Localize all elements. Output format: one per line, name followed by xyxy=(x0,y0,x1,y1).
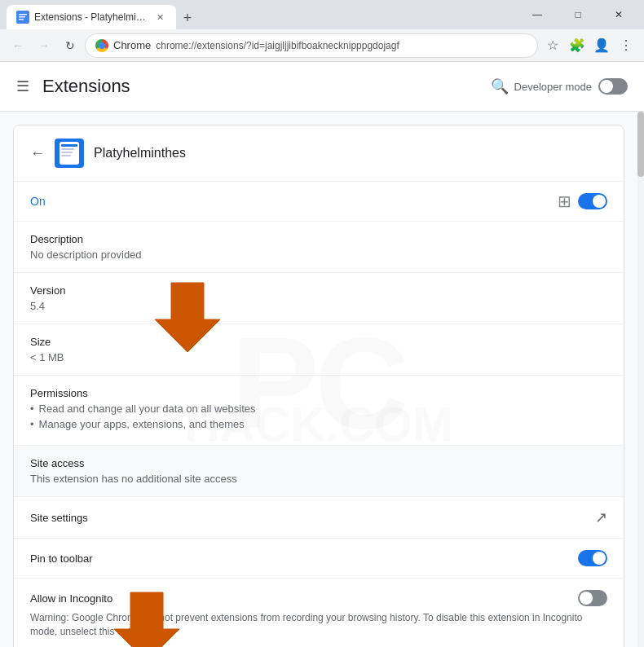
svg-rect-3 xyxy=(19,19,24,20)
back-button[interactable]: ← xyxy=(7,34,29,57)
extension-detail-card: ← Platyhelminthes On ⊞ xyxy=(13,125,624,647)
status-icons: ⊞ xyxy=(558,191,607,211)
developer-mode-label: Developer mode xyxy=(514,81,592,93)
search-button[interactable]: 🔍 xyxy=(485,72,514,101)
page-title: Extensions xyxy=(42,76,485,97)
permission-text-2: Manage your apps, extensions, and themes xyxy=(39,418,245,430)
minimize-button[interactable]: — xyxy=(518,0,556,29)
pin-toolbar-row: Pin to toolbar xyxy=(14,539,624,579)
incognito-section: Allow in Incognito Warning: Google Chrom… xyxy=(14,579,624,647)
size-section: Size < 1 MB xyxy=(14,324,624,376)
title-bar: Extensions - Platyhelminthes ✕ + — □ ✕ xyxy=(0,0,644,29)
back-navigation-button[interactable]: ← xyxy=(30,145,45,162)
extension-enabled-toggle[interactable] xyxy=(578,193,607,209)
extensions-header: ☰ Extensions 🔍 Developer mode xyxy=(0,62,644,112)
new-tab-button[interactable]: + xyxy=(176,7,199,29)
extension-card-header: ← Platyhelminthes xyxy=(14,125,624,182)
permissions-section: Permissions • Read and change all your d… xyxy=(14,376,624,446)
developer-mode-toggle[interactable] xyxy=(598,78,628,95)
incognito-warning-text: Warning: Google Chrome cannot prevent ex… xyxy=(30,611,607,639)
svg-rect-7 xyxy=(61,152,73,153)
main-content: PC HACK.COM ← Platyhelminthes xyxy=(0,112,644,647)
scrollbar-thumb[interactable] xyxy=(637,112,644,177)
incognito-header: Allow in Incognito xyxy=(30,590,607,606)
size-value: < 1 MB xyxy=(30,351,607,363)
permission-text-1: Read and change all your data on all web… xyxy=(39,403,256,415)
allow-incognito-label: Allow in Incognito xyxy=(30,592,112,605)
grid-icon[interactable]: ⊞ xyxy=(558,191,571,211)
pin-toolbar-toggle[interactable] xyxy=(578,550,607,566)
address-bar-row: ← → ↻ Chrome chrome://extensions/?id=jai… xyxy=(0,29,644,62)
site-access-label: Site access xyxy=(30,457,607,469)
description-value: No description provided xyxy=(30,249,607,261)
bullet-1: • xyxy=(30,403,34,415)
description-label: Description xyxy=(30,233,607,245)
version-label: Version xyxy=(30,284,607,297)
svg-rect-2 xyxy=(19,16,25,18)
site-settings-label: Site settings xyxy=(30,512,88,524)
extensions-button[interactable]: 🧩 xyxy=(566,34,589,57)
address-url: chrome://extensions/?id=jaigjljjibifboak… xyxy=(156,40,399,51)
svg-rect-6 xyxy=(61,148,74,150)
tab-bar: Extensions - Platyhelminthes ✕ + xyxy=(7,0,199,29)
status-row: On ⊞ xyxy=(14,182,624,222)
extension-icon-svg xyxy=(60,142,79,165)
description-section: Description No description provided xyxy=(14,222,624,273)
menu-button[interactable]: ⋮ xyxy=(615,34,637,57)
svg-rect-5 xyxy=(61,144,77,147)
window-controls: — □ ✕ xyxy=(518,0,637,29)
bookmark-button[interactable]: ☆ xyxy=(541,34,564,57)
scrollbar[interactable] xyxy=(637,112,644,647)
profile-button[interactable]: 👤 xyxy=(590,34,613,57)
version-section: Version 5.4 xyxy=(14,273,624,324)
version-value: 5.4 xyxy=(30,300,607,312)
site-access-value: This extension has no additional site ac… xyxy=(30,473,607,485)
tab-close-icon[interactable]: ✕ xyxy=(153,11,166,24)
site-access-section: Site access This extension has no additi… xyxy=(14,446,624,497)
site-settings-row: Site settings ↗ xyxy=(14,497,624,539)
content-area: PC HACK.COM ← Platyhelminthes xyxy=(0,112,637,647)
pin-toolbar-label: Pin to toolbar xyxy=(30,552,93,565)
permissions-label: Permissions xyxy=(30,387,607,399)
svg-rect-8 xyxy=(61,155,71,156)
bullet-2: • xyxy=(30,418,34,430)
toolbar-icons: ☆ 🧩 👤 ⋮ xyxy=(541,34,637,57)
tab-title: Extensions - Platyhelminthes xyxy=(34,11,148,23)
tab-icon xyxy=(16,11,29,24)
maximize-button[interactable]: □ xyxy=(559,0,597,29)
close-button[interactable]: ✕ xyxy=(600,0,637,29)
size-label: Size xyxy=(30,336,607,348)
chrome-logo-icon xyxy=(95,39,108,52)
forward-button[interactable]: → xyxy=(33,34,55,57)
allow-incognito-toggle[interactable] xyxy=(578,590,607,606)
svg-rect-1 xyxy=(19,14,27,15)
external-link-icon[interactable]: ↗ xyxy=(595,508,607,526)
permission-item-2: • Manage your apps, extensions, and them… xyxy=(30,418,607,430)
extension-name: Platyhelminthes xyxy=(94,146,186,161)
hamburger-icon[interactable]: ☰ xyxy=(16,77,29,95)
extension-icon xyxy=(55,139,84,168)
address-box[interactable]: Chrome chrome://extensions/?id=jaigjljji… xyxy=(85,33,538,58)
active-tab[interactable]: Extensions - Platyhelminthes ✕ xyxy=(7,5,176,29)
address-brand: Chrome xyxy=(113,39,151,51)
refresh-button[interactable]: ↻ xyxy=(59,34,82,57)
permission-item-1: • Read and change all your data on all w… xyxy=(30,403,607,415)
status-label: On xyxy=(30,195,46,208)
